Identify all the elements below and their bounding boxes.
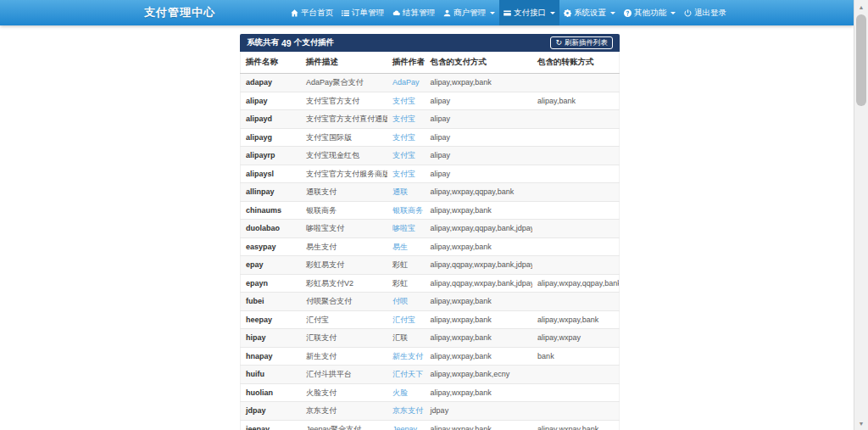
cell-transfer-methods (532, 293, 619, 311)
table-row: alipayg支付宝国际版支付宝alipay (241, 128, 620, 147)
gear-icon (564, 9, 571, 17)
cloud-icon (392, 9, 400, 17)
plugin-author-link[interactable]: 汇付天下 (392, 370, 423, 378)
cell-transfer-methods (532, 110, 619, 129)
nav-item-label: 系统设置 (574, 8, 606, 19)
table-row: jdpay京东支付京东支付jdpay (241, 402, 620, 421)
table-row: epayn彩虹易支付V2彩虹alipay,qqpay,wxpay,bank,jd… (241, 274, 620, 293)
plugin-author-link[interactable]: 新生支付 (392, 352, 423, 360)
cell-transfer-methods: alipay,wxpay,qqpay,bank (532, 274, 619, 293)
nav-item-logout[interactable]: 退出登录 (680, 0, 731, 25)
cell-plugin-name: hipay (241, 329, 302, 348)
cell-plugin-name: alipayrp (241, 147, 302, 165)
cell-plugin-author: 京东支付 (387, 402, 426, 421)
cell-pay-methods: alipay (426, 165, 533, 183)
plugin-author-link[interactable]: 哆啦宝 (392, 224, 415, 232)
cell-plugin-author: 银联商务 (387, 201, 426, 220)
refresh-icon: ↻ (555, 39, 562, 47)
cell-plugin-desc: 汇付斗拱平台 (301, 366, 387, 384)
table-row: duolabao哆啦宝支付哆啦宝alipay,wxpay,qqpay,bank,… (241, 220, 620, 238)
plugin-author-link[interactable]: 火脸 (392, 388, 408, 397)
plugin-author-link[interactable]: 支付宝 (392, 151, 415, 159)
nav-item-misc[interactable]: 其他功能 (620, 0, 680, 25)
table-row: jeepayJeepay聚合支付Jeepayalipay,wxpay,banka… (241, 420, 620, 430)
refresh-button-label: 刷新插件列表 (565, 39, 608, 47)
cell-plugin-desc: 付呗聚合支付 (301, 293, 387, 311)
nav-item-label: 结算管理 (403, 8, 435, 19)
cell-plugin-author: 火脸 (387, 383, 426, 402)
plugin-author-link[interactable]: 支付宝 (392, 97, 415, 105)
cell-plugin-desc: 彩虹易支付 (301, 256, 387, 275)
nav-item-settings[interactable]: 系统设置 (559, 0, 620, 25)
home-icon (291, 9, 298, 17)
plugin-author-link[interactable]: 易生 (392, 243, 408, 251)
table-row: fubei付呗聚合支付付呗alipay,wxpay,bank (241, 293, 620, 311)
plugin-author-link[interactable]: AdaPay (392, 78, 420, 87)
plugin-author-link[interactable]: 汇付宝 (392, 316, 415, 324)
table-row: alipayd支付宝官方支付直付通版支付宝alipay (241, 110, 620, 129)
cell-transfer-methods (532, 256, 619, 275)
cell-plugin-name: jeepay (241, 420, 302, 430)
question-circle-icon (624, 9, 632, 17)
scroll-down-arrow[interactable]: ▼ (854, 416, 868, 430)
table-row: heepay汇付宝汇付宝alipay,wxpay,bankalipay,wxpa… (241, 310, 620, 329)
cell-transfer-methods: alipay,wxpay (532, 329, 619, 348)
scrollbar-thumb[interactable] (856, 14, 866, 106)
list-icon (342, 9, 349, 17)
cell-plugin-desc: 汇联支付 (301, 329, 387, 348)
caret-down-icon (550, 12, 555, 14)
cell-pay-methods: alipay,wxpay,bank,ecny (426, 366, 533, 384)
nav-item-orders[interactable]: 订单管理 (337, 0, 388, 25)
plugin-author-link[interactable]: 付呗 (392, 297, 408, 305)
cell-pay-methods: alipay,wxpay,bank (426, 329, 533, 348)
cell-transfer-methods (532, 147, 619, 165)
credit-card-icon (504, 9, 511, 17)
power-icon (684, 9, 692, 17)
plugin-author-link[interactable]: 银联商务 (392, 206, 423, 215)
cell-plugin-desc: 易生支付 (301, 237, 387, 256)
nav-item-label: 订单管理 (352, 8, 384, 19)
cell-pay-methods: alipay,wxpay,bank (426, 293, 533, 311)
cell-plugin-name: fubei (241, 293, 302, 311)
nav-item-merchants[interactable]: 商户管理 (439, 0, 499, 25)
cell-plugin-desc: 汇付宝 (301, 310, 387, 329)
cell-pay-methods: alipay (426, 92, 533, 110)
user-icon (443, 9, 451, 17)
plugin-author-link[interactable]: 支付宝 (392, 114, 415, 123)
cell-plugin-name: alipayg (241, 128, 302, 147)
cell-plugin-desc: 哆啦宝支付 (301, 220, 387, 238)
page-content: 系统共有 49 个支付插件 ↻ 刷新插件列表 插件名称 插件描述 插件作者 包含… (0, 34, 868, 430)
cell-pay-methods: alipay,wxpay,bank (426, 347, 533, 366)
plugin-author-link[interactable]: 通联 (392, 187, 408, 196)
cell-plugin-name: huifu (241, 366, 302, 384)
plugin-author-link[interactable]: 支付宝 (392, 170, 415, 178)
cell-plugin-desc: Jeepay聚合支付 (301, 420, 387, 430)
cell-plugin-name: epay (241, 256, 302, 275)
cell-transfer-methods (532, 383, 619, 402)
scroll-up-arrow[interactable]: ▲ (854, 0, 868, 14)
cell-transfer-methods: alipay,wxpay,bank (532, 420, 619, 430)
plugin-count-prefix: 系统共有 (247, 37, 279, 48)
cell-transfer-methods (532, 366, 619, 384)
table-row: epay彩虹易支付彩虹alipay,qqpay,wxpay,bank,jdpay (241, 256, 620, 275)
cell-plugin-author: 汇付天下 (387, 366, 426, 384)
cell-plugin-desc: 支付宝官方支付直付通版 (301, 110, 387, 129)
vertical-scrollbar[interactable]: ▲ ▼ (854, 0, 868, 430)
plugin-author-link[interactable]: 支付宝 (392, 133, 415, 142)
plugin-author-link[interactable]: 京东支付 (392, 406, 423, 415)
cell-transfer-methods (532, 183, 619, 202)
cell-plugin-author: 支付宝 (387, 165, 426, 183)
plugin-author-link[interactable]: Jeepay (392, 425, 417, 430)
nav-item-settlement[interactable]: 结算管理 (388, 0, 439, 25)
cell-plugin-author: 通联 (387, 183, 426, 202)
table-row: allinpay通联支付通联alipay,wxpay,qqpay,bank (241, 183, 620, 202)
nav-item-home[interactable]: 平台首页 (287, 0, 337, 25)
nav-item-payment-api[interactable]: 支付接口 (499, 0, 559, 25)
cell-transfer-methods (532, 128, 619, 147)
cell-transfer-methods: bank (532, 347, 619, 366)
cell-plugin-name: huolian (241, 383, 302, 402)
refresh-plugins-button[interactable]: ↻ 刷新插件列表 (550, 36, 613, 49)
cell-pay-methods: alipay (426, 110, 533, 129)
cell-plugin-desc: AdaPay聚合支付 (301, 74, 387, 92)
cell-pay-methods: alipay,wxpay,bank (426, 383, 533, 402)
